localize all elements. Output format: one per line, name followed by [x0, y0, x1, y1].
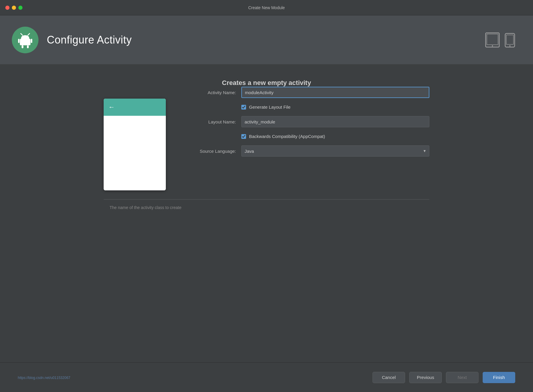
source-language-select[interactable]: Java Kotlin [241, 145, 429, 157]
source-language-wrapper: Java Kotlin ▼ [241, 145, 429, 157]
android-logo-svg [17, 32, 33, 48]
bottom-section: The name of the activity class to create [104, 199, 429, 210]
android-logo [12, 27, 38, 53]
generate-layout-label: Generate Layout File [249, 105, 290, 110]
svg-rect-8 [27, 45, 29, 48]
svg-rect-9 [486, 33, 499, 47]
minimize-button[interactable] [12, 6, 16, 10]
svg-rect-2 [20, 39, 30, 45]
backwards-compat-checkbox[interactable] [241, 134, 246, 139]
svg-rect-13 [506, 35, 513, 44]
cancel-button[interactable]: Cancel [373, 372, 405, 383]
divider [104, 199, 429, 200]
window-title: Create New Module [248, 5, 285, 10]
footer-left: https://blog.csdn.net/u011532067 [18, 375, 368, 380]
activity-name-row: Activity Name: [190, 87, 429, 98]
phone-toolbar: ← [104, 99, 166, 116]
backwards-compat-row: Backwards Compatibility (AppCompat) [241, 134, 429, 139]
tablet-icon [485, 32, 503, 48]
backwards-compat-label: Backwards Compatibility (AppCompat) [249, 134, 325, 139]
svg-rect-6 [31, 39, 32, 43]
source-language-label: Source Language: [190, 149, 241, 154]
svg-point-11 [492, 45, 493, 46]
form-area: Activity Name: Generate Layout File Layo… [190, 87, 429, 163]
phone-icon [505, 33, 515, 48]
maximize-button[interactable] [18, 6, 23, 10]
phone-mockup: ← [104, 99, 166, 190]
page-title: Configure Activity [47, 34, 132, 46]
content-subtitle: Creates a new empty activity [222, 79, 311, 86]
main-content: Creates a new empty activity ← Activity … [0, 64, 533, 362]
back-arrow-icon: ← [108, 103, 115, 111]
svg-line-3 [21, 33, 23, 35]
window-controls [5, 6, 23, 10]
footer-url: https://blog.csdn.net/u011532067 [18, 376, 70, 380]
activity-name-input[interactable] [241, 87, 429, 98]
hint-text: The name of the activity class to create [104, 205, 182, 210]
svg-rect-12 [505, 33, 515, 47]
content-inner: ← Activity Name: Generate Layout File La… [104, 87, 429, 190]
device-icons [485, 32, 515, 48]
generate-layout-checkbox[interactable] [241, 105, 246, 110]
svg-rect-5 [18, 39, 20, 43]
layout-name-input[interactable] [241, 116, 429, 127]
previous-button[interactable]: Previous [409, 372, 442, 383]
next-button[interactable]: Next [446, 372, 479, 383]
source-language-row: Source Language: Java Kotlin ▼ [190, 145, 429, 157]
svg-line-4 [28, 33, 30, 35]
close-button[interactable] [5, 6, 9, 10]
svg-rect-7 [22, 45, 23, 48]
layout-name-row: Layout Name: [190, 116, 429, 127]
phone-body [104, 116, 166, 190]
layout-name-label: Layout Name: [190, 119, 241, 124]
footer: https://blog.csdn.net/u011532067 Cancel … [0, 362, 533, 392]
svg-rect-10 [487, 34, 498, 45]
generate-layout-row: Generate Layout File [241, 105, 429, 110]
svg-point-14 [509, 45, 510, 46]
finish-button[interactable]: Finish [483, 372, 515, 383]
header: Configure Activity [0, 15, 533, 64]
activity-name-label: Activity Name: [190, 90, 241, 95]
title-bar: Create New Module [0, 0, 533, 15]
